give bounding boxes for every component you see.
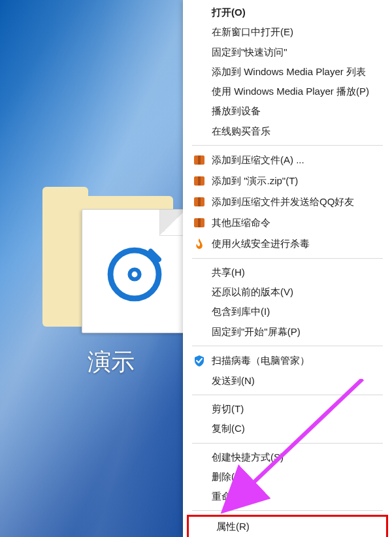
menu-separator (192, 510, 383, 511)
menu-archive-send-qq[interactable]: 添加到压缩文件并发送给QQ好友 (183, 191, 392, 212)
svg-point-2 (132, 272, 138, 278)
annotation-highlight-box: 属性(R) (187, 515, 388, 537)
folder-icon (36, 189, 186, 333)
menu-delete[interactable]: 删除(D) (183, 467, 392, 487)
menu-create-shortcut[interactable]: 创建快捷方式(S) (183, 448, 392, 467)
menu-separator (192, 395, 383, 395)
flame-icon (192, 236, 206, 251)
menu-rename[interactable]: 重命名(M) (183, 487, 392, 506)
context-menu: 打开(O) 在新窗口中打开(E) 固定到"快速访问" 添加到 Windows M… (183, 0, 392, 537)
menu-open[interactable]: 打开(O) (183, 3, 392, 22)
menu-buy-music-online[interactable]: 在线购买音乐 (183, 122, 392, 141)
menu-properties[interactable]: 属性(R) (189, 517, 386, 536)
shield-icon (192, 353, 206, 368)
archive-icon (192, 153, 206, 167)
menu-cast-to-device[interactable]: 播放到设备 (183, 101, 392, 121)
menu-separator (192, 346, 383, 346)
svg-rect-8 (198, 197, 201, 206)
folder-item[interactable]: 演示 (26, 189, 196, 378)
menu-include-library[interactable]: 包含到库中(I) (183, 302, 392, 321)
music-doc-icon (106, 246, 163, 303)
menu-add-to-zip[interactable]: 添加到 "演示.zip"(T) (183, 171, 392, 191)
menu-restore-previous[interactable]: 还原以前的版本(V) (183, 282, 392, 302)
menu-separator (192, 145, 383, 146)
archive-icon (192, 195, 206, 209)
menu-add-to-archive[interactable]: 添加到压缩文件(A) ... (183, 150, 392, 171)
menu-separator (192, 258, 383, 259)
menu-copy[interactable]: 复制(C) (183, 419, 392, 438)
menu-cut[interactable]: 剪切(T) (183, 399, 392, 419)
menu-separator (192, 443, 383, 444)
menu-open-new-window[interactable]: 在新窗口中打开(E) (183, 22, 392, 42)
menu-huorong-scan[interactable]: 使用火绒安全进行杀毒 (183, 233, 392, 254)
svg-rect-10 (198, 218, 201, 227)
menu-pin-quick-access[interactable]: 固定到"快速访问" (183, 42, 392, 62)
menu-wmp-add-list[interactable]: 添加到 Windows Media Player 列表 (183, 62, 392, 82)
folder-label: 演示 (26, 346, 196, 378)
menu-share[interactable]: 共享(H) (183, 263, 392, 282)
menu-scan-virus-qq[interactable]: 扫描病毒（电脑管家） (183, 350, 392, 371)
archive-icon (192, 174, 206, 188)
archive-icon (192, 216, 206, 230)
svg-rect-4 (198, 155, 201, 165)
svg-rect-6 (198, 176, 201, 186)
menu-send-to[interactable]: 发送到(N) (183, 371, 392, 391)
menu-wmp-play[interactable]: 使用 Windows Media Player 播放(P) (183, 82, 392, 101)
menu-archive-other[interactable]: 其他压缩命令 (183, 212, 392, 233)
menu-pin-start[interactable]: 固定到"开始"屏幕(P) (183, 322, 392, 342)
